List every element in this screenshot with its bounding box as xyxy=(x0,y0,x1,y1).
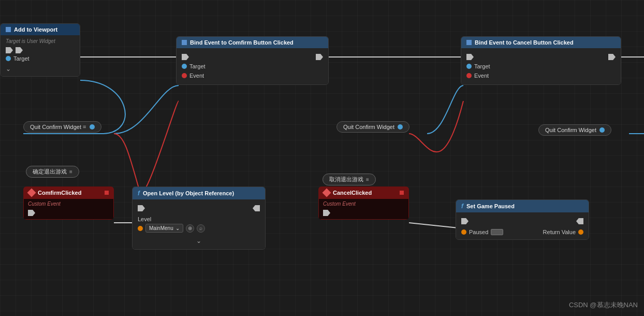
paused-pin xyxy=(461,229,466,235)
quit-confirm-label-3: Quit Confirm Widget xyxy=(545,127,596,133)
paused-checkbox[interactable] xyxy=(491,229,503,235)
event-label: Event xyxy=(474,73,489,79)
target-pin xyxy=(6,56,11,61)
paused-label: Paused xyxy=(469,229,488,235)
target-dot xyxy=(182,64,187,69)
cancel-clicked-subtitle: Custom Event xyxy=(323,201,404,207)
set-paused-body: Paused Return Value xyxy=(456,212,589,239)
set-paused-header: f Set Game Paused xyxy=(456,200,589,212)
exec-out-confirm xyxy=(28,210,35,216)
confirm-label-text: 确定退出游戏 xyxy=(33,168,67,176)
quit-confirm-widget-2: Quit Confirm Widget xyxy=(336,121,409,133)
zoom-btn[interactable]: ⊕ xyxy=(186,224,194,233)
diamond-icon xyxy=(323,189,331,197)
func-icon: f xyxy=(138,190,140,197)
exec-out xyxy=(608,54,616,60)
level-value-box[interactable]: MainMenu ⌄ xyxy=(145,224,183,233)
confirm-clicked-node: ComfirmClicked Custom Event xyxy=(23,186,114,220)
dropdown-arrow[interactable]: ⌄ xyxy=(175,225,180,231)
bind-cancel-header: Bind Event to Cancel Button Clicked xyxy=(461,37,621,48)
exec-row xyxy=(461,217,583,226)
confirm-label-icon: ≡ xyxy=(69,169,72,175)
bind-confirm-body: Target Event xyxy=(177,48,328,84)
quit-confirm-pin-2 xyxy=(398,124,403,130)
confirm-clicked-subtitle: Custom Event xyxy=(28,201,109,207)
node-icon xyxy=(466,40,472,45)
event-row: Event xyxy=(182,71,323,80)
exec-row xyxy=(138,204,260,213)
quit-confirm-pin-1 xyxy=(90,124,95,130)
node-icon xyxy=(182,40,187,45)
exec-in xyxy=(182,54,189,60)
exec-out xyxy=(576,218,583,224)
cancel-label-node: 取消退出游戏 ≡ xyxy=(323,174,376,185)
event-row: Event xyxy=(466,71,616,80)
collapse-icon[interactable]: ⌄ xyxy=(6,65,11,73)
event-dot xyxy=(182,73,187,78)
exec-out-cancel xyxy=(323,210,330,216)
watermark: CSDN @慕志未晚NAN xyxy=(569,300,638,310)
confirm-clicked-header: ComfirmClicked xyxy=(23,186,114,199)
target-row: Target xyxy=(466,62,616,71)
target-label: Target xyxy=(13,55,30,62)
cancel-label-text: 取消退出游戏 xyxy=(329,176,363,183)
quit-confirm-widget-1: Quit Confirm Widget = xyxy=(23,121,101,133)
cancel-label-icon: ≡ xyxy=(366,177,369,182)
exec-row xyxy=(182,52,323,62)
bind-cancel-node: Bind Event to Cancel Button Clicked Targ… xyxy=(461,36,621,85)
diamond-icon xyxy=(27,189,36,197)
exec-out xyxy=(253,205,260,211)
expand-icon[interactable]: ⌄ xyxy=(196,237,201,245)
exec-in xyxy=(466,54,474,60)
target-dot xyxy=(466,64,472,69)
blueprint-canvas: Add to Viewport Target is User Widget Ta… xyxy=(0,0,644,316)
bind-confirm-title: Bind Event to Comfirm Button Clicked xyxy=(190,39,294,46)
cancel-clicked-node: CancelClicked Custom Event xyxy=(318,186,409,220)
target-label: Target xyxy=(189,63,206,69)
level-pin xyxy=(138,226,143,231)
cancel-clicked-header: CancelClicked xyxy=(318,186,409,199)
viewport-title: Add to Viewport xyxy=(14,26,57,33)
viewport-node: Add to Viewport Target is User Widget Ta… xyxy=(0,23,80,77)
exec-out-pin xyxy=(16,47,23,53)
bind-cancel-body: Target Event xyxy=(461,48,621,84)
exec-row xyxy=(466,52,616,62)
event-dot xyxy=(466,73,472,78)
target-label: Target xyxy=(474,63,490,69)
viewport-body: Target is User Widget Target ⌄ xyxy=(1,35,80,76)
watermark-text: CSDN @慕志未晚NAN xyxy=(569,301,638,309)
set-paused-title: Set Game Paused xyxy=(466,203,515,209)
exec-in xyxy=(138,205,145,211)
red-square xyxy=(105,191,109,195)
bind-confirm-header: Bind Event to Comfirm Button Clicked xyxy=(177,37,328,48)
level-value: MainMenu xyxy=(149,225,173,231)
exec-out xyxy=(316,54,323,60)
return-label: Return Value xyxy=(543,229,576,235)
target-row: Target xyxy=(182,62,323,71)
viewport-subtitle: Target is User Widget xyxy=(6,38,75,44)
open-level-header: f Open Level (by Object Reference) xyxy=(133,187,265,199)
return-pin xyxy=(578,229,583,235)
quit-confirm-label-2: Quit Confirm Widget xyxy=(343,124,394,130)
open-level-node: f Open Level (by Object Reference) Level… xyxy=(132,186,266,250)
set-game-paused-node: f Set Game Paused Paused Return Valu xyxy=(456,199,589,240)
level-label: Level xyxy=(138,216,260,222)
bind-cancel-title: Bind Event to Cancel Button Clicked xyxy=(475,39,574,46)
quit-confirm-widget-3: Quit Confirm Widget xyxy=(538,124,611,136)
viewport-header: Add to Viewport xyxy=(1,24,80,35)
confirm-clicked-title: ComfirmClicked xyxy=(38,190,81,196)
open-level-title: Open Level (by Object Reference) xyxy=(143,190,234,196)
red-square xyxy=(400,191,404,195)
node-icon xyxy=(6,27,11,32)
search-btn[interactable]: ⌕ xyxy=(197,224,205,233)
open-level-body: Level MainMenu ⌄ ⊕ ⌕ ⌄ xyxy=(133,199,265,249)
cancel-clicked-body: Custom Event xyxy=(318,199,409,220)
exec-in xyxy=(461,218,469,224)
quit-confirm-pin-3 xyxy=(599,127,605,133)
func-icon: f xyxy=(461,203,463,210)
cancel-clicked-title: CancelClicked xyxy=(333,190,372,196)
event-label: Event xyxy=(189,73,204,79)
bind-confirm-node: Bind Event to Comfirm Button Clicked Tar… xyxy=(176,36,329,85)
quit-confirm-label-1: Quit Confirm Widget = xyxy=(30,124,86,130)
confirm-label-node: 确定退出游戏 ≡ xyxy=(26,166,79,178)
